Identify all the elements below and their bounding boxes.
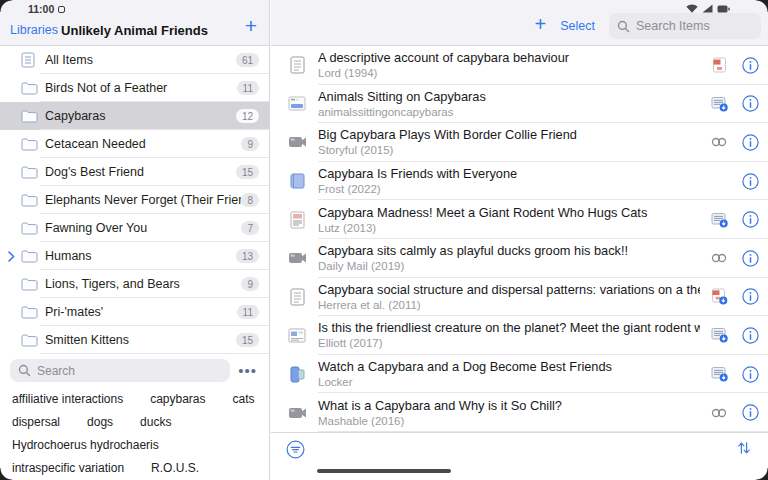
filter-circle-icon[interactable] [285, 440, 305, 460]
folder-icon [21, 278, 45, 291]
collection-label: Dog's Best Friend [45, 165, 236, 179]
sidebar-item-pri-mates[interactable]: Pri-'mates'11 [0, 298, 269, 326]
tag-search-input[interactable]: Search [10, 359, 230, 382]
item-title: Big Capybara Plays With Border Collie Fr… [318, 127, 700, 143]
item-title: Is this the friendliest creature on the … [318, 320, 700, 336]
tag-dogs[interactable]: dogs [87, 415, 113, 429]
info-button[interactable] [732, 250, 768, 267]
collection-label: Smitten Kittens [45, 333, 236, 347]
item-row[interactable]: A descriptive account of capybara behavi… [271, 46, 768, 85]
collection-label: Pri-'mates' [45, 305, 237, 319]
pdf-icon [706, 57, 732, 73]
item-row[interactable]: Capybara Madness! Meet a Giant Rodent Wh… [271, 200, 768, 239]
tag-r-o-u-s[interactable]: R.O.U.S. [151, 461, 199, 475]
item-count-badge: 13 [236, 249, 259, 263]
add-item-button[interactable]: + [535, 13, 547, 36]
info-button[interactable] [732, 57, 768, 74]
collection-label: Fawning Over You [45, 221, 241, 235]
webpage-icon [286, 96, 308, 111]
item-subtitle: Elliott (2017) [318, 336, 700, 350]
item-count-badge: 12 [236, 109, 259, 123]
folder-icon [21, 166, 45, 179]
item-count-badge: 61 [236, 53, 259, 67]
item-row[interactable]: What is a Capybara and Why is it So Chil… [271, 393, 768, 432]
tag-intraspecific-variation[interactable]: intraspecific variation [12, 461, 124, 475]
link-icon [706, 408, 732, 418]
item-row[interactable]: Capybara social structure and dispersal … [271, 278, 768, 317]
sidebar-item-elephants-never-forget-their-friends[interactable]: Elephants Never Forget (Their Friends)8 [0, 186, 269, 214]
journal-article-icon [286, 56, 308, 74]
item-title: Watch a Capybara and a Dog Become Best F… [318, 359, 700, 375]
tag-search-placeholder: Search [37, 364, 75, 378]
items-search-placeholder: Search Items [636, 19, 710, 33]
home-indicator[interactable] [317, 469, 451, 473]
folder-icon [21, 110, 45, 123]
item-row[interactable]: Is this the friendliest creature on the … [271, 316, 768, 355]
tag-cats[interactable]: cats [233, 392, 255, 406]
item-row[interactable]: Watch a Capybara and a Dog Become Best F… [271, 355, 768, 394]
item-count-badge: 15 [236, 165, 259, 179]
info-button[interactable] [732, 211, 768, 228]
collection-label: Elephants Never Forget (Their Friends) [45, 193, 241, 207]
items-toolbar: + Select Search Items [271, 11, 768, 45]
tag-affiliative-interactions[interactable]: affiliative interactions [12, 392, 123, 406]
sort-arrows-icon[interactable] [734, 440, 754, 460]
item-subtitle: Locker [318, 375, 700, 389]
info-button[interactable] [732, 288, 768, 305]
sidebar-item-capybaras[interactable]: Capybaras12 [0, 102, 269, 130]
snapshot-download-icon [706, 366, 732, 382]
item-subtitle: animalssittingoncapybaras [318, 105, 700, 119]
collection-label: Cetacean Needed [45, 137, 241, 151]
item-row[interactable]: Animals Sitting on Capybarasanimalssitti… [271, 85, 768, 124]
collection-label: Humans [45, 249, 236, 263]
items-search-input[interactable]: Search Items [609, 13, 761, 39]
clock-text: 11:00 [28, 3, 54, 15]
item-row[interactable]: Capybara sits calmly as playful ducks gr… [271, 239, 768, 278]
info-button[interactable] [732, 404, 768, 421]
tag-search-row: Search ••• [10, 359, 259, 382]
item-count-badge: 11 [237, 81, 259, 95]
info-button[interactable] [732, 134, 768, 151]
search-icon [617, 20, 630, 33]
link-icon [706, 253, 732, 263]
sidebar-item-cetacean-needed[interactable]: Cetacean Needed9 [0, 130, 269, 158]
collection-list: All Items61Birds Not of a Feather11Capyb… [0, 46, 269, 354]
item-count-badge: 11 [237, 305, 259, 319]
chevron-right-icon[interactable] [8, 251, 21, 262]
snapshot-download-icon [706, 212, 732, 228]
add-collection-button[interactable]: + [245, 11, 257, 41]
item-row[interactable]: Big Capybara Plays With Border Collie Fr… [271, 123, 768, 162]
tag-capybaras[interactable]: capybaras [150, 392, 205, 406]
item-count-badge: 8 [241, 193, 259, 207]
item-row[interactable]: Capybara Is Friends with EveryoneFrost (… [271, 162, 768, 201]
select-button[interactable]: Select [560, 19, 595, 33]
sidebar-navbar: Libraries Unlikely Animal Friends + [0, 15, 269, 45]
more-ellipsis-icon[interactable]: ••• [238, 366, 259, 376]
sidebar-item-humans[interactable]: Humans13 [0, 242, 269, 270]
book-icon [286, 173, 308, 190]
item-subtitle: Mashable (2016) [318, 414, 700, 428]
item-list: A descriptive account of capybara behavi… [271, 46, 768, 432]
all-items-icon [21, 52, 45, 68]
tag-ducks[interactable]: ducks [140, 415, 171, 429]
sidebar-item-fawning-over-you[interactable]: Fawning Over You7 [0, 214, 269, 242]
folder-icon [21, 334, 45, 347]
sidebar-item-birds-not-of-a-feather[interactable]: Birds Not of a Feather11 [0, 74, 269, 102]
tag-dispersal[interactable]: dispersal [12, 415, 60, 429]
sidebar-item-smitten-kittens[interactable]: Smitten Kittens15 [0, 326, 269, 354]
sidebar-item-lions-tigers-and-bears[interactable]: Lions, Tigers, and Bears9 [0, 270, 269, 298]
tag-hydrochoerus-hydrochaeris[interactable]: Hydrochoerus hydrochaeris [12, 438, 159, 452]
libraries-back-button[interactable]: Libraries [10, 23, 58, 37]
info-button[interactable] [732, 327, 768, 344]
status-time: 11:00 [28, 3, 65, 15]
info-button[interactable] [732, 366, 768, 383]
info-button[interactable] [732, 173, 768, 190]
zotero-app-screen: 11:00 Libraries Unlikely Animal Friends … [0, 0, 768, 480]
link-icon [706, 137, 732, 147]
item-subtitle: Lord (1994) [318, 66, 700, 80]
sidebar-item-dog-s-best-friend[interactable]: Dog's Best Friend15 [0, 158, 269, 186]
item-subtitle: Frost (2022) [318, 182, 700, 196]
info-button[interactable] [732, 95, 768, 112]
item-title: Capybara sits calmly as playful ducks gr… [318, 243, 700, 259]
sidebar-item-all-items[interactable]: All Items61 [0, 46, 269, 74]
